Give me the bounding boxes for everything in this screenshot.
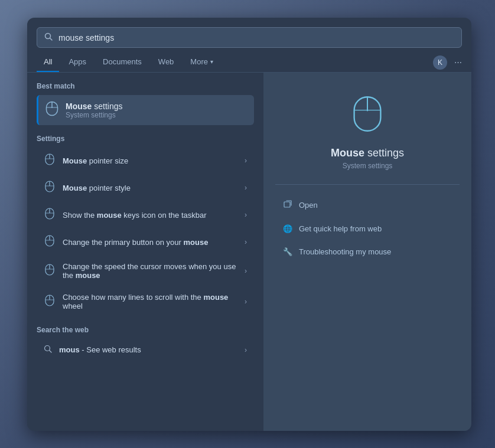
action-list: Open 🌐 Get quick help from web 🔧 Trouble… — [275, 194, 460, 262]
search-input[interactable] — [58, 33, 454, 42]
chevron-right-icon: › — [245, 211, 247, 219]
list-item[interactable]: Choose how many lines to scroll with the… — [37, 287, 254, 316]
search-window: All Apps Documents Web More ▾ K ⋯ Best m… — [27, 18, 471, 431]
svg-rect-28 — [284, 202, 290, 207]
settings-list: Mouse pointer size › Mouse pointer — [37, 148, 254, 316]
web-search-item[interactable]: mous - See web results › — [37, 339, 254, 361]
chevron-right-icon: › — [245, 297, 247, 306]
web-search-icon — [44, 345, 52, 355]
search-bar-area — [27, 18, 471, 48]
best-match-text: Mouse settings System settings — [66, 102, 122, 119]
app-title: Mouse settings — [331, 147, 404, 159]
best-match-title: Mouse settings — [66, 102, 122, 111]
chevron-right-icon: › — [245, 267, 247, 275]
troubleshoot-icon: 🔧 — [282, 247, 293, 256]
chevron-right-icon: › — [245, 238, 247, 246]
list-item[interactable]: Show the mouse keys icon on the taskbar … — [37, 202, 254, 228]
open-icon — [282, 200, 293, 210]
mouse-icon-small — [45, 101, 58, 119]
nav-extra: K ⋯ — [433, 55, 462, 70]
tab-documents[interactable]: Documents — [96, 53, 149, 72]
best-match-subtitle: System settings — [66, 111, 122, 119]
search-bar — [37, 27, 462, 48]
tab-all[interactable]: All — [37, 53, 59, 72]
app-icon-container — [344, 90, 391, 138]
tab-apps[interactable]: Apps — [61, 53, 93, 72]
chevron-right-icon: › — [245, 184, 247, 192]
chevron-down-icon: ▾ — [210, 58, 213, 65]
list-item[interactable]: Change the primary button on your mouse … — [37, 229, 254, 255]
best-match-label: Best match — [37, 82, 254, 90]
settings-item-text: Change the speed the cursor moves when y… — [63, 262, 237, 280]
settings-section-label: Settings — [37, 135, 254, 143]
main-content: Best match Mouse settings System setting… — [27, 73, 471, 431]
mouse-scroll-icon — [44, 295, 56, 309]
list-item[interactable]: Mouse pointer size › — [37, 148, 254, 174]
list-item[interactable]: Mouse pointer style › — [37, 175, 254, 201]
list-item[interactable]: Change the speed the cursor moves when y… — [37, 256, 254, 286]
svg-line-24 — [50, 351, 52, 353]
chevron-right-icon: › — [245, 346, 247, 354]
web-help-action[interactable]: 🌐 Get quick help from web — [275, 218, 460, 239]
left-panel: Best match Mouse settings System setting… — [27, 73, 263, 431]
tab-web[interactable]: Web — [151, 53, 181, 72]
web-help-icon: 🌐 — [282, 224, 293, 233]
best-match-item[interactable]: Mouse settings System settings — [37, 95, 254, 125]
web-search-label: Search the web — [37, 326, 254, 334]
web-item-text: mous - See web results — [59, 345, 237, 354]
settings-item-text: Show the mouse keys icon on the taskbar — [63, 211, 237, 220]
settings-item-text: Mouse pointer size — [63, 156, 237, 165]
divider — [275, 184, 460, 185]
mouse-pointer-style-icon — [44, 181, 56, 195]
more-options-icon[interactable]: ⋯ — [454, 58, 462, 67]
svg-line-1 — [50, 38, 53, 41]
troubleshoot-action[interactable]: 🔧 Troubleshooting my mouse — [275, 241, 460, 262]
mouse-keys-icon — [44, 208, 56, 222]
tab-more[interactable]: More ▾ — [183, 53, 220, 72]
settings-item-text: Choose how many lines to scroll with the… — [63, 293, 237, 310]
chevron-right-icon: › — [245, 156, 247, 165]
settings-item-text: Mouse pointer style — [63, 184, 237, 192]
mouse-pointer-icon — [44, 153, 56, 168]
mouse-primary-button-icon — [44, 235, 56, 249]
mouse-speed-icon — [44, 264, 56, 278]
app-subtitle: System settings — [343, 162, 393, 170]
search-icon — [44, 32, 53, 42]
right-panel: Mouse settings System settings Open — [263, 73, 471, 431]
settings-item-text: Change the primary button on your mouse — [63, 238, 237, 247]
user-badge[interactable]: K — [433, 55, 447, 70]
nav-tabs: All Apps Documents Web More ▾ K ⋯ — [27, 48, 471, 73]
open-action[interactable]: Open — [275, 194, 460, 216]
